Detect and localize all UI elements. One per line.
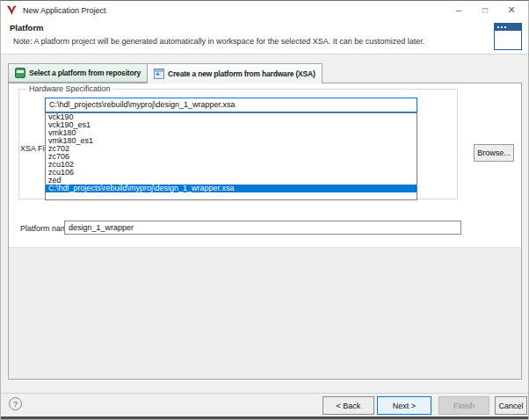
maximize-icon[interactable]: □	[472, 1, 498, 19]
window-title: New Application Project	[23, 6, 106, 15]
xsa-dropdown-item[interactable]: zcu106	[46, 169, 417, 177]
tab-label: Select a platform from repository	[29, 69, 141, 77]
platform-source-tabs: Select a platform from repository Create…	[8, 63, 322, 83]
next-button[interactable]: Next >	[377, 396, 431, 415]
help-button[interactable]: ?	[9, 397, 22, 410]
xsa-file-combobox[interactable]: C:\hdl_projects\rebuild\myproj\design_1_…	[45, 98, 417, 112]
platform-repository-icon	[15, 68, 25, 78]
tab-label: Create a new platform from hardware (XSA…	[168, 69, 315, 78]
platform-name-input[interactable]: design_1_wrapper	[64, 221, 461, 235]
back-button[interactable]: < Back	[322, 396, 374, 415]
page-note: Note: A platform project will be generat…	[13, 37, 424, 46]
xsa-dropdown-item[interactable]: vmk180	[46, 129, 417, 137]
xsa-dropdown-item-selected[interactable]: C:\hdl_projects\rebuild\myproj\design_1_…	[46, 185, 417, 192]
group-label: Hardware Specification	[26, 84, 113, 93]
wizard-header: Platform Note: A platform project will b…	[1, 19, 528, 54]
title-bar: New Application Project – □ ✕	[1, 1, 528, 19]
xsa-file-dropdown-list: vck190 vck190_es1 vmk180 vmk180_es1 zc70…	[45, 112, 417, 200]
panel-background	[9, 247, 521, 379]
xsa-dropdown-item[interactable]: zcu102	[46, 161, 417, 169]
finish-button: Finish	[438, 396, 489, 415]
wizard-banner-window-icon	[494, 23, 522, 50]
tab-select-platform-from-repository[interactable]: Select a platform from repository	[8, 63, 147, 83]
window-bottom-edge	[1, 416, 528, 420]
xilinx-logo-icon	[6, 4, 18, 16]
create-platform-panel: Hardware Specification XSA File: C:\hdl_…	[8, 83, 522, 380]
xsa-dropdown-item[interactable]: zc706	[46, 153, 417, 161]
cancel-button[interactable]: Cancel	[495, 396, 527, 415]
page-title: Platform	[10, 23, 44, 33]
minimize-icon[interactable]: –	[446, 1, 472, 19]
tab-create-platform-from-xsa[interactable]: Create a new platform from hardware (XSA…	[147, 63, 322, 83]
xsa-dropdown-item[interactable]: vck190	[46, 113, 417, 121]
new-application-project-dialog: New Application Project – □ ✕ Platform N…	[0, 0, 529, 420]
banner-dot	[497, 26, 499, 28]
xsa-dropdown-item[interactable]: vmk180_es1	[46, 137, 417, 145]
banner-dot	[501, 26, 503, 28]
xsa-dropdown-item[interactable]: vck190_es1	[46, 121, 417, 129]
close-icon[interactable]: ✕	[498, 1, 525, 19]
xsa-dropdown-item[interactable]: zc702	[46, 145, 417, 153]
browse-button[interactable]: Browse...	[474, 144, 514, 162]
new-hardware-platform-icon	[154, 69, 164, 79]
window-controls: – □ ✕	[446, 1, 525, 19]
banner-dot	[504, 26, 506, 28]
footer-separator	[1, 393, 528, 394]
